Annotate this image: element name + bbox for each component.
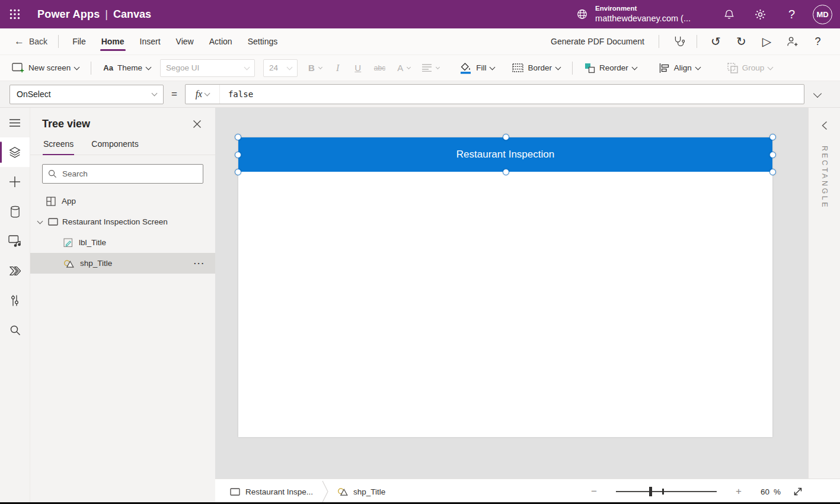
- close-icon[interactable]: [191, 118, 203, 130]
- tab-components[interactable]: Components: [91, 135, 139, 155]
- font-family-value: Segoe UI: [166, 63, 199, 72]
- resize-handle-top-left[interactable]: [235, 134, 241, 140]
- group-button[interactable]: Group: [721, 59, 779, 78]
- menu-item-home[interactable]: Home: [94, 28, 132, 54]
- search-input[interactable]: [62, 169, 197, 178]
- rail-media-icon[interactable]: [0, 226, 30, 256]
- rail-tree-view-layers-icon[interactable]: [0, 137, 30, 167]
- rail-data-database-icon[interactable]: [0, 197, 30, 226]
- redo-icon[interactable]: ↻: [729, 28, 754, 54]
- tree-item-screen[interactable]: Restaurant Inspection Screen: [30, 211, 215, 232]
- resize-handle-bottom-left[interactable]: [235, 169, 241, 175]
- rail-power-automate-icon[interactable]: [0, 256, 30, 285]
- property-selector[interactable]: OnSelect: [9, 85, 164, 104]
- resize-handle-bottom-right[interactable]: [769, 169, 776, 175]
- brand-separator: |: [105, 8, 108, 21]
- underline-button[interactable]: U: [348, 59, 368, 78]
- tree-item-app[interactable]: App: [30, 191, 215, 211]
- resize-handle-top-middle[interactable]: [503, 134, 509, 140]
- formula-text[interactable]: false: [220, 89, 253, 99]
- formula-input[interactable]: fx false: [185, 84, 804, 104]
- resize-handle-middle-left[interactable]: [235, 152, 241, 158]
- breadcrumb-screen[interactable]: Restaurant Inspe...: [223, 487, 320, 496]
- text-align-button[interactable]: [416, 59, 445, 78]
- tree-search-box: [42, 164, 203, 184]
- tab-screens[interactable]: Screens: [43, 135, 74, 155]
- chevron-down-icon: [152, 91, 158, 97]
- zoom-out-button[interactable]: −: [582, 486, 606, 497]
- menu-item-settings[interactable]: Settings: [240, 28, 286, 54]
- menu-item-view[interactable]: View: [168, 28, 202, 54]
- font-color-button[interactable]: A: [391, 59, 416, 78]
- menu-item-action[interactable]: Action: [202, 28, 240, 54]
- resize-handle-bottom-middle[interactable]: [503, 169, 509, 175]
- settings-gear-icon[interactable]: [745, 0, 776, 28]
- app-header: Power Apps | Canvas Environment matthewd…: [0, 0, 840, 28]
- reorder-button[interactable]: Reorder: [579, 59, 643, 78]
- header-help-icon[interactable]: ?: [776, 0, 807, 28]
- italic-button[interactable]: I: [328, 59, 348, 78]
- menu-item-insert[interactable]: Insert: [132, 28, 168, 54]
- chevron-down-icon: [490, 64, 496, 70]
- app-launcher-icon[interactable]: [0, 0, 30, 28]
- undo-icon[interactable]: ↺: [703, 28, 729, 54]
- reorder-label: Reorder: [599, 63, 628, 72]
- fx-function-button[interactable]: fx: [186, 85, 220, 104]
- equals-sign: =: [171, 88, 177, 100]
- avatar[interactable]: MD: [813, 5, 832, 24]
- notifications-bell-icon[interactable]: [713, 0, 745, 28]
- screen-icon: [230, 488, 240, 496]
- group-label: Group: [742, 63, 765, 72]
- resize-handle-top-right[interactable]: [769, 134, 776, 140]
- canvas-work-area[interactable]: Restaurant Inspection: [215, 108, 808, 479]
- fill-label: Fill: [476, 63, 486, 72]
- expand-panel-chevron-left-icon[interactable]: [822, 121, 828, 130]
- menu-bar: ← Back File Home Insert View Action Sett…: [0, 28, 840, 54]
- zoom-slider[interactable]: [616, 491, 717, 492]
- search-icon: [48, 169, 57, 178]
- tree-item-shp-title[interactable]: shp_Title ···: [30, 253, 215, 274]
- chevron-down-icon: [318, 65, 322, 69]
- rail-advanced-tools-icon[interactable]: [0, 285, 30, 315]
- app-screen-page[interactable]: Restaurant Inspection: [238, 137, 772, 437]
- more-actions-icon[interactable]: ···: [194, 259, 215, 268]
- zoom-in-button[interactable]: +: [726, 486, 751, 497]
- theme-button[interactable]: Aa Theme: [97, 59, 156, 78]
- generate-pdf-button[interactable]: Generate PDF Document: [542, 37, 653, 46]
- fill-button[interactable]: Fill: [453, 59, 500, 78]
- app-checker-stethoscope-icon[interactable]: [665, 28, 691, 54]
- rail-insert-plus-icon[interactable]: [0, 167, 30, 197]
- chevron-down-icon: [244, 64, 250, 70]
- chevron-down-icon[interactable]: [37, 218, 43, 224]
- zoom-slider-thumb[interactable]: [649, 487, 652, 496]
- tree-item-lbl-title[interactable]: lbl_Title: [30, 232, 215, 253]
- menu-item-file[interactable]: File: [65, 28, 94, 54]
- share-person-add-icon[interactable]: [780, 28, 805, 54]
- fx-label: fx: [196, 89, 203, 99]
- strikethrough-button[interactable]: abc: [368, 59, 391, 78]
- chevron-down-icon: [768, 64, 774, 70]
- environment-picker[interactable]: Environment matthewdevaney.com (...: [576, 4, 691, 24]
- app-title[interactable]: Power Apps: [37, 8, 100, 21]
- new-screen-button[interactable]: New screen: [6, 59, 85, 78]
- align-button[interactable]: Align: [653, 59, 706, 78]
- properties-panel-collapsed: RECTANGLE: [808, 108, 840, 479]
- breadcrumb-control[interactable]: shp_Title: [331, 487, 392, 496]
- tree-view-header: Tree view: [30, 108, 215, 135]
- border-button[interactable]: Border: [506, 59, 566, 78]
- reorder-icon: [585, 63, 595, 73]
- formula-bar-expand-chevron-icon[interactable]: [804, 92, 831, 97]
- chevron-down-icon: [436, 65, 440, 69]
- fit-to-window-expand-icon[interactable]: [793, 486, 803, 497]
- bold-button[interactable]: B: [302, 59, 328, 78]
- menu-help-icon[interactable]: ?: [805, 28, 831, 54]
- play-preview-icon[interactable]: ▷: [754, 28, 780, 54]
- back-button[interactable]: ← Back: [9, 36, 52, 47]
- selected-control-type-label[interactable]: RECTANGLE: [820, 146, 829, 209]
- rail-collapse-hamburger-icon[interactable]: [0, 108, 30, 137]
- font-family-select[interactable]: Segoe UI: [160, 59, 255, 77]
- resize-handle-middle-right[interactable]: [769, 152, 776, 158]
- selected-rectangle-shape[interactable]: Restaurant Inspection: [238, 137, 772, 172]
- rail-search-icon[interactable]: [0, 315, 30, 345]
- font-size-select[interactable]: 24: [263, 59, 298, 77]
